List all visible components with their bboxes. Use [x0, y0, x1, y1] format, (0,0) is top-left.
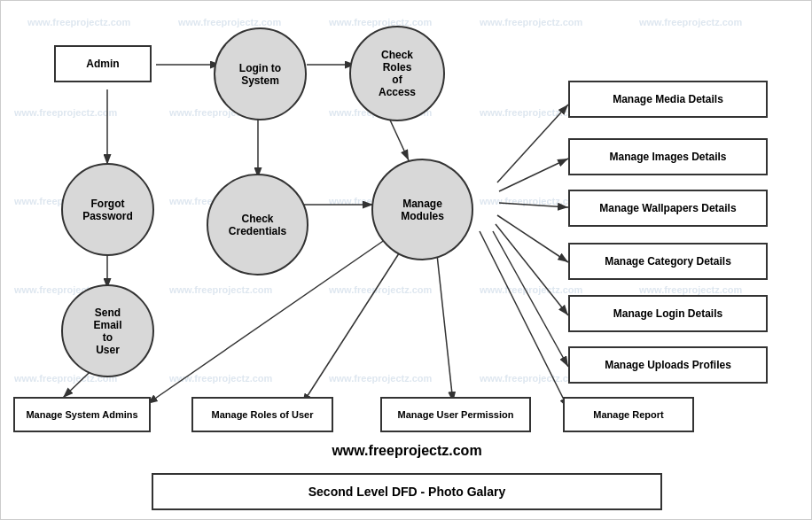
wm-6: www.freeprojectz.com — [14, 107, 117, 118]
svg-line-14 — [499, 159, 568, 191]
main-container: www.freeprojectz.com www.freeprojectz.co… — [0, 0, 812, 520]
watermark-4: www.freeprojectz.com — [480, 17, 582, 27]
website-label: www.freeprojectz.com — [1, 443, 812, 459]
diagram-title: Second Level DFD - Photo Galary — [152, 473, 662, 510]
svg-line-12 — [480, 231, 568, 408]
wm-17: www.freeprojectz.com — [169, 284, 272, 295]
manage-report-node: Manage Report — [563, 397, 694, 432]
manage-wallpapers-details-node: Manage Wallpapers Details — [568, 190, 768, 227]
manage-uploads-profiles-node: Manage Uploads Profiles — [568, 346, 768, 384]
wm-24: www.freeprojectz.com — [480, 373, 582, 384]
svg-line-16 — [497, 215, 568, 262]
manage-modules-node: ManageModules — [371, 159, 473, 260]
watermark-5: www.freeprojectz.com — [639, 17, 742, 27]
wm-22: www.freeprojectz.com — [169, 373, 272, 384]
manage-images-details-node: Manage Images Details — [568, 138, 768, 175]
watermark-3: www.freeprojectz.com — [329, 17, 432, 27]
wm-9: www.freeprojectz.com — [480, 107, 582, 118]
watermark-1: www.freeprojectz.com — [27, 17, 130, 27]
login-to-system-node: Login toSystem — [214, 27, 307, 120]
wm-18: www.freeprojectz.com — [329, 284, 432, 295]
wm-23: www.freeprojectz.com — [329, 373, 432, 384]
manage-login-details-node: Manage Login Details — [568, 295, 768, 332]
manage-media-details-node: Manage Media Details — [568, 81, 768, 118]
check-credentials-node: CheckCredentials — [207, 174, 308, 276]
check-roles-access-node: CheckRolesofAccess — [349, 26, 445, 121]
wm-19: www.freeprojectz.com — [480, 284, 582, 295]
manage-category-details-node: Manage Category Details — [568, 243, 768, 280]
svg-line-11 — [435, 238, 453, 402]
send-email-node: SendEmailtoUser — [61, 284, 154, 377]
wm-14: www.freeprojectz.com — [480, 196, 582, 206]
manage-system-admins-node: Manage System Admins — [13, 397, 151, 432]
admin-node: Admin — [54, 45, 152, 82]
manage-user-permission-node: Manage User Permission — [380, 397, 531, 432]
svg-line-13 — [497, 105, 568, 182]
forgot-password-node: ForgotPassword — [61, 163, 154, 256]
svg-line-18 — [493, 231, 568, 367]
svg-line-17 — [496, 224, 568, 315]
svg-line-10 — [302, 238, 409, 404]
wm-20: www.freeprojectz.com — [639, 284, 742, 295]
watermark-2: www.freeprojectz.com — [178, 17, 281, 27]
svg-line-15 — [499, 203, 568, 207]
manage-roles-user-node: Manage Roles of User — [191, 397, 333, 432]
